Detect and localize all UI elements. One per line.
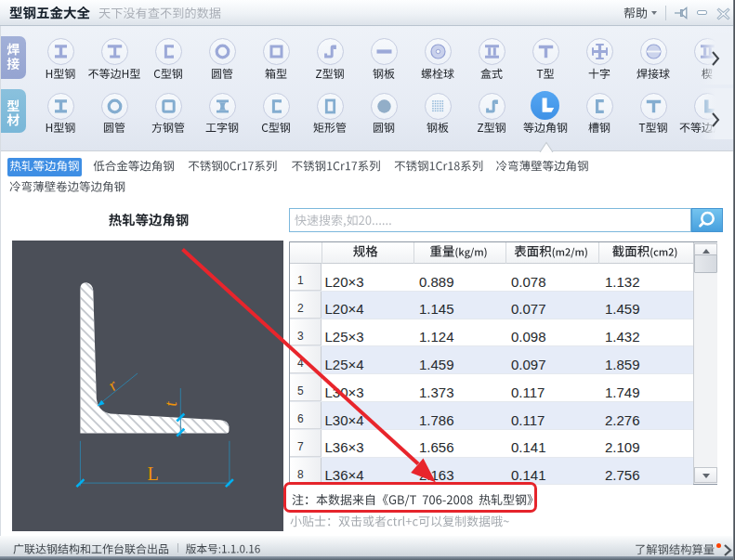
svg-text:r: r	[104, 375, 122, 395]
svg-text:L: L	[148, 463, 159, 484]
svg-text:t: t	[162, 401, 180, 407]
